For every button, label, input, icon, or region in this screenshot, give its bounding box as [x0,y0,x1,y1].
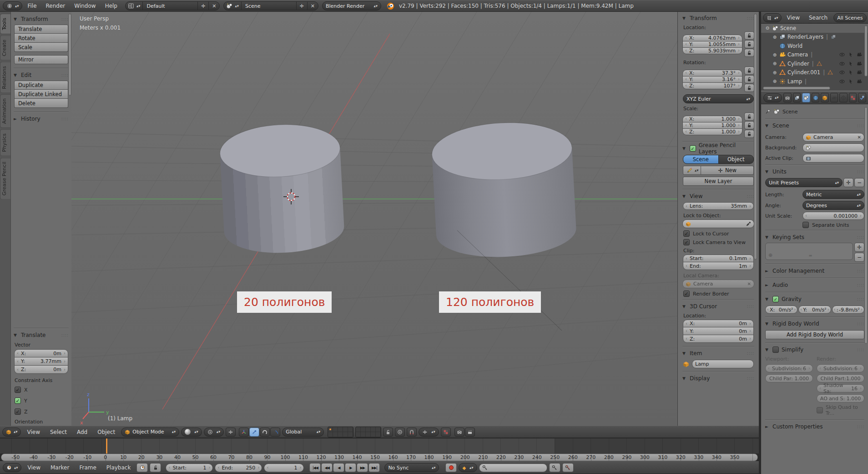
cursor-3d-panel-header[interactable]: ▼3D Cursor:::: [682,301,754,312]
editor-type-3d-button[interactable]: ▲▼ [2,428,21,437]
skip-quad-to-triangles-checkbox[interactable]: ✓ [817,407,823,413]
new-layer-button[interactable]: New Layer [683,177,754,186]
item-panel-header[interactable]: ▼Item:::: [682,348,754,359]
hide-eye-icon[interactable] [839,79,845,84]
pivot-align-toggle[interactable] [226,428,236,437]
render-subdivision-field[interactable]: ‹Subdivision:6› [817,364,864,372]
hide-eye-icon[interactable] [839,52,845,57]
screen-layout-selector[interactable]: ▲▼ Default ✛ ✕ [125,1,220,10]
vector-y-field[interactable]: ‹Y:3.77mm› [14,357,68,366]
units-panel-header[interactable]: ▼Units:::: [765,166,864,177]
previous-keyframe-button[interactable]: ◀◀ [321,463,333,472]
manipulator-translate-button[interactable] [249,428,259,437]
npanel-transform-header[interactable]: ▼Transform:::: [682,13,754,24]
lock-rotation-y-button[interactable] [744,75,754,83]
snap-toggle[interactable] [407,428,417,437]
lock-scale-x-button[interactable] [744,112,754,121]
properties-scrollbar[interactable] [864,107,868,344]
lock-scale-y-button[interactable] [744,121,754,129]
menu-add-3d[interactable]: Add [73,426,91,438]
outliner-item-cylinder[interactable]: ⊕ Cylinder| [761,59,868,68]
custom-properties-panel-header[interactable]: ►Custom Properties:::: [765,421,864,432]
panel-history-header[interactable]: ►History:::: [14,113,69,124]
grease-new-button[interactable]: ✛New [701,166,754,175]
remove-keying-set-button[interactable]: − [854,253,864,262]
scene-selector[interactable]: ▲▼ Scene ✛ ✕ [223,1,318,10]
outliner-item-scene[interactable]: ⊖ Scene [761,24,868,33]
menu-render[interactable]: Render [42,0,70,11]
play-button[interactable]: ▶ [345,463,356,472]
scene-background-field[interactable] [802,143,864,152]
remove-preset-button[interactable]: − [854,178,864,187]
transform-orientation-select[interactable]: Global▲▼ [282,428,324,437]
lock-scale-z-button[interactable] [744,130,754,138]
lock-rotation-x-button[interactable] [744,66,754,75]
frame-end-field[interactable]: ‹End:250› [215,464,262,472]
eyedropper-icon[interactable] [746,221,751,227]
timeline-ruler[interactable]: -50-40-30-20-100102030405060708090100110… [1,454,758,461]
delete-button[interactable]: Delete [14,99,68,108]
local-camera-field[interactable]: Camera ✕ [682,280,754,288]
rotation-z-field[interactable]: ‹Z:107°› [682,83,742,89]
view-panel-header[interactable]: ▼View:::: [682,191,754,202]
proportional-edit-select[interactable] [395,428,405,437]
selectable-pointer-icon[interactable] [848,61,853,66]
menu-view-3d[interactable]: View [23,426,44,438]
vector-x-field[interactable]: ‹X:0m› [14,349,68,357]
outliner-item-lamp[interactable]: ⊕ Lamp| [761,77,868,86]
menu-view-outliner[interactable]: View [782,12,803,23]
tool-tab-create[interactable]: Create [0,36,10,61]
keying-set-select[interactable]: ◆▲▼ [459,463,477,472]
collapse-icon[interactable]: ⊖ [765,25,770,31]
delete-keyframe-button[interactable]: ⟍ [562,463,574,472]
expand-icon[interactable]: ⊕ [772,79,777,84]
menu-select-3d[interactable]: Select [46,426,71,438]
duplicate-button[interactable]: Duplicate [14,81,68,90]
tool-tab-grease-pencil[interactable]: Grease Pencil [0,158,10,199]
menu-window[interactable]: Window [70,0,100,11]
menu-view-timeline[interactable]: View [23,462,44,474]
render-ao-sss-field[interactable]: AO and S: 1.000 [817,394,864,403]
color-management-panel-header[interactable]: ►Color Management:::: [765,265,864,276]
frame-start-field[interactable]: ‹Start:1› [166,464,213,472]
manipulator-rotate-button[interactable] [260,428,270,437]
editor-type-timeline-button[interactable]: ▲▼ [3,463,21,472]
cursor-z-field[interactable]: ‹Z:0m› [683,335,754,343]
clear-icon[interactable]: ✕ [747,281,751,286]
rotate-button[interactable]: Rotate [14,34,68,43]
play-reverse-button[interactable]: ◀ [333,463,344,472]
scene-panel-header[interactable]: ▼Scene:::: [765,120,864,131]
tool-tab-tools[interactable]: Tools [0,14,10,34]
gravity-checkbox[interactable]: ✓ [772,296,779,302]
tab-render[interactable] [783,93,792,102]
grease-source-object-toggle[interactable]: Object [719,155,754,164]
clip-start-field[interactable]: ‹Start:0.1mm› [683,255,754,262]
expand-icon[interactable]: ⊕ [772,35,777,40]
render-restrict-camera-icon[interactable] [857,61,862,66]
lock-camera-to-view-checkbox[interactable]: ✓ [683,239,690,245]
add-scene-button[interactable]: ✛ [296,2,307,10]
selectable-pointer-icon[interactable] [848,79,853,84]
add-screen-layout-button[interactable]: ✛ [197,2,208,10]
location-z-field[interactable]: ‹Z:5.9039mm› [682,48,742,54]
clear-icon[interactable]: ✕ [858,135,861,140]
lock-rotation-z-button[interactable] [744,84,754,92]
outliner-v-scrollbar[interactable] [864,25,868,76]
panel-transform-header[interactable]: ▼Transform:::: [14,14,69,25]
redo-panel-header[interactable]: ▼Translate:::: [14,330,69,341]
scale-y-field[interactable]: ‹Y:1.000› [682,122,742,129]
cursor-y-field[interactable]: ‹Y:0m› [683,327,754,335]
tab-world[interactable] [812,93,820,102]
lock-time-cursor-button[interactable] [150,463,161,472]
hide-eye-icon[interactable] [839,61,845,66]
add-preset-button[interactable]: ✛ [843,178,853,187]
layers-widget-1[interactable] [328,427,353,438]
snap-target-button[interactable] [441,428,451,437]
viewport-shading-select[interactable]: ▲▼ [181,428,202,437]
menu-marker[interactable]: Marker [46,462,73,474]
add-keying-set-button[interactable]: ✛ [854,243,864,252]
cursor-x-field[interactable]: ‹X:0m› [683,320,754,327]
outliner-item-world[interactable]: World [761,41,868,51]
rotation-y-field[interactable]: ‹Y:3.16°› [682,76,742,83]
selectable-pointer-icon[interactable] [848,52,853,57]
